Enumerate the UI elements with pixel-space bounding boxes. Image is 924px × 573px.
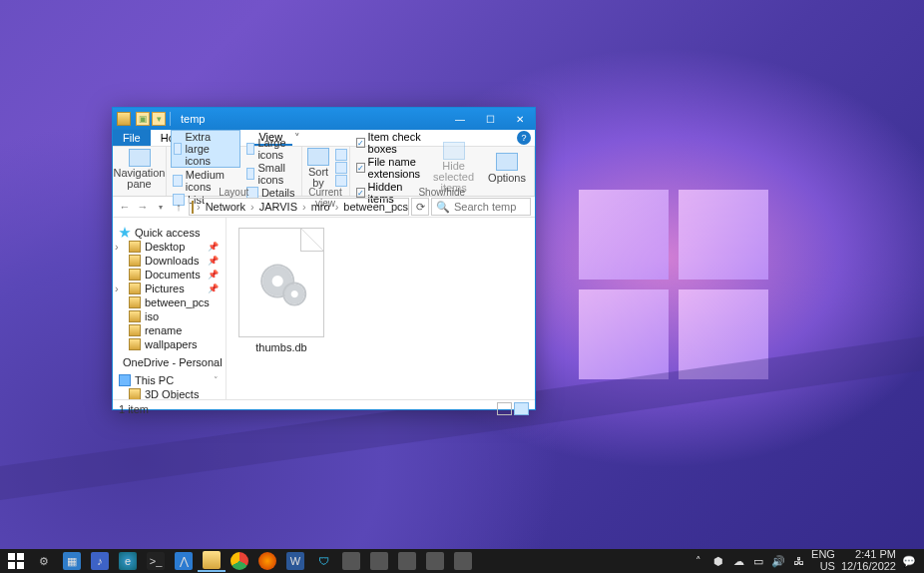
folder-icon — [117, 112, 131, 126]
crumb-jarvis[interactable]: JARVIS — [257, 201, 299, 213]
check-filename-ext[interactable]: ✓File name extensions — [354, 156, 424, 180]
search-icon: 🔍 — [436, 201, 450, 214]
sort-icon — [307, 148, 329, 166]
titlebar[interactable]: ▣ ▾ temp — ☐ ✕ — [113, 108, 535, 130]
checkbox-icon: ✓ — [356, 163, 365, 173]
up-button[interactable]: ↑ — [171, 199, 187, 215]
icon-size-icon — [174, 143, 182, 155]
folder-icon — [129, 388, 141, 399]
navpane-label: Navigation pane — [114, 168, 166, 190]
svg-rect-1 — [17, 553, 24, 560]
clock[interactable]: 2:41 PM 12/16/2022 — [841, 549, 896, 572]
folder-icon — [129, 255, 141, 267]
nav-3d-objects[interactable]: 3D Objects — [113, 387, 226, 399]
taskbar[interactable]: ⚙ ▦ ♪ e >_ ⋀ W 🛡 ˄ ⬢ ☁ ▭ 🔊 🖧 ENG US 2:41… — [0, 549, 924, 573]
sort-by-button[interactable]: Sort by — [303, 148, 333, 189]
taskbar-settings[interactable]: ⚙ — [30, 550, 58, 572]
pc-icon — [119, 374, 131, 386]
star-icon — [119, 227, 131, 239]
maximize-button[interactable]: ☐ — [475, 108, 505, 130]
taskbar-app[interactable] — [393, 550, 421, 572]
taskbar-vscode[interactable]: ⋀ — [170, 550, 198, 572]
status-bar: 1 item — [113, 399, 535, 417]
nav-downloads[interactable]: Downloads📌 — [113, 254, 226, 268]
layout-small-icons[interactable]: Small icons — [244, 162, 297, 186]
nav-wallpapers[interactable]: wallpapers — [113, 337, 226, 351]
breadcrumb[interactable]: › Network› JARVIS› mro› between_pcs› tem… — [189, 198, 409, 216]
close-button[interactable]: ✕ — [505, 108, 535, 130]
folder-icon — [192, 201, 194, 214]
status-text: 1 item — [119, 403, 149, 415]
navigation-pane[interactable]: Quick access ›Desktop📌 Downloads📌 Docume… — [113, 218, 227, 399]
nav-desktop[interactable]: ›Desktop📌 — [113, 240, 226, 254]
qat-icon[interactable]: ▾ — [152, 112, 166, 126]
search-input[interactable] — [454, 201, 526, 213]
taskbar-app[interactable]: 🛡 — [309, 550, 337, 572]
file-item-thumbs-db[interactable]: thumbs.db — [236, 228, 326, 353]
folder-icon — [129, 296, 141, 308]
tray-network-icon[interactable]: 🖧 — [791, 554, 805, 568]
group-by-button[interactable] — [335, 149, 347, 187]
nav-between-pcs[interactable]: between_pcs — [113, 295, 226, 309]
nav-quick-access[interactable]: Quick access — [113, 226, 226, 240]
tray-icon[interactable]: ⬢ — [711, 554, 725, 568]
refresh-button[interactable]: ⟳ — [411, 198, 429, 216]
taskbar-app[interactable] — [365, 550, 393, 572]
back-button[interactable]: ← — [117, 199, 133, 215]
layout-large-icons[interactable]: Large icons — [244, 137, 297, 161]
check-item-checkboxes[interactable]: ✓Item check boxes — [354, 131, 424, 155]
nav-this-pc[interactable]: This PC˅ — [113, 373, 226, 387]
action-center-icon[interactable]: 💬 — [902, 554, 916, 568]
nav-rename[interactable]: rename — [113, 323, 226, 337]
chevron-down-icon: ˅ — [214, 375, 219, 385]
taskbar-terminal[interactable]: >_ — [142, 550, 170, 572]
forward-button[interactable]: → — [135, 199, 151, 215]
nav-iso[interactable]: iso — [113, 309, 226, 323]
help-icon[interactable]: ? — [517, 131, 531, 145]
language-indicator[interactable]: ENG US — [811, 549, 835, 572]
tray-overflow-icon[interactable]: ˄ — [692, 554, 705, 568]
folder-icon — [129, 269, 141, 281]
tray-icon[interactable]: ☁ — [731, 554, 745, 568]
taskbar-app[interactable]: ♪ — [86, 550, 114, 572]
crumb-mro[interactable]: mro — [309, 201, 332, 213]
tray-volume-icon[interactable]: 🔊 — [771, 554, 785, 568]
file-menu[interactable]: File — [113, 130, 151, 146]
gear-icon — [260, 265, 300, 304]
minimize-button[interactable]: — — [445, 108, 475, 130]
pin-icon: 📌 — [208, 270, 219, 280]
taskbar-app[interactable] — [449, 550, 477, 572]
taskbar-firefox[interactable] — [253, 550, 281, 572]
system-tray[interactable]: ˄ ⬢ ☁ ▭ 🔊 🖧 ENG US 2:41 PM 12/16/2022 💬 — [692, 549, 922, 572]
view-details-icon[interactable] — [497, 402, 512, 415]
taskbar-app[interactable]: ▦ — [58, 550, 86, 572]
recent-locations-button[interactable]: ▾ — [153, 199, 169, 215]
folder-icon — [129, 241, 141, 253]
address-bar: ← → ▾ ↑ › Network› JARVIS› mro› between_… — [113, 197, 535, 218]
taskbar-edge[interactable]: e — [114, 550, 142, 572]
nav-onedrive[interactable]: OneDrive - Personal — [113, 355, 226, 369]
qat-icon[interactable]: ▣ — [136, 112, 150, 126]
ribbon: Navigation pane Extra large icons Medium… — [113, 147, 535, 197]
icon-size-icon — [173, 175, 183, 187]
taskbar-app[interactable] — [421, 550, 449, 572]
taskbar-file-explorer[interactable] — [198, 550, 226, 572]
view-large-icons-icon[interactable] — [514, 402, 529, 415]
taskbar-chrome[interactable] — [226, 550, 253, 572]
taskbar-app[interactable]: W — [281, 550, 309, 572]
svg-rect-2 — [8, 562, 15, 569]
search-box[interactable]: 🔍 — [431, 198, 531, 216]
start-button[interactable] — [2, 550, 30, 572]
crumb-network[interactable]: Network — [204, 201, 247, 213]
taskbar-app[interactable] — [337, 550, 365, 572]
file-icon — [238, 228, 324, 337]
nav-pictures[interactable]: ›Pictures📌 — [113, 282, 226, 295]
options-button[interactable]: Options — [484, 153, 530, 184]
tray-icon[interactable]: ▭ — [751, 554, 765, 568]
file-list[interactable]: thumbs.db — [227, 218, 535, 399]
crumb-between-pcs[interactable]: between_pcs — [341, 201, 409, 213]
navigation-pane-button[interactable]: Navigation pane — [117, 149, 162, 190]
layout-extra-large-icons[interactable]: Extra large icons — [171, 130, 240, 168]
nav-documents[interactable]: Documents📌 — [113, 268, 226, 282]
windows-logo — [579, 190, 768, 379]
